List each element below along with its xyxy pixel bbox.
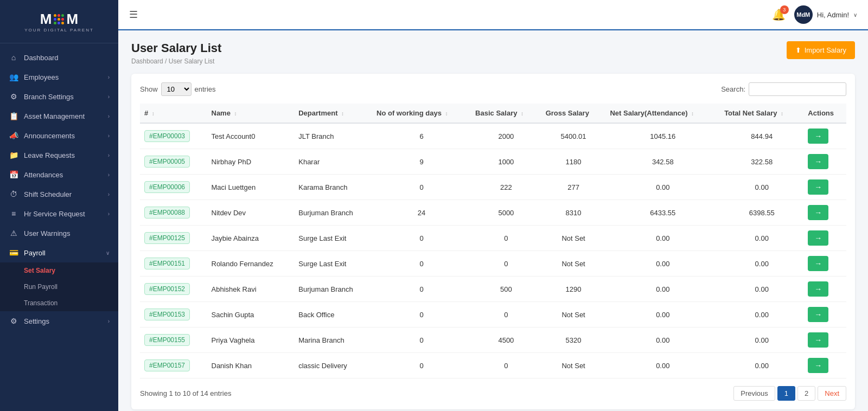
import-salary-button[interactable]: ⬆ Import Salary [787, 41, 855, 59]
col-basic-salary: Basic Salary ↕ [471, 104, 541, 123]
row-action-button[interactable]: → [808, 332, 828, 348]
employee-badge[interactable]: #EMP00125 [144, 232, 190, 244]
employee-badge[interactable]: #EMP00006 [144, 181, 190, 193]
user-menu[interactable]: MdM Hi, Admin! ∨ [794, 5, 857, 24]
chevron-right-icon: › [108, 133, 110, 139]
search-label: Search: [721, 85, 745, 93]
table-row: #EMP00153 Sachin Gupta Back Office 0 0 N… [140, 302, 846, 327]
cell-working-days: 0 [372, 277, 471, 302]
sidebar-item-branch-settings[interactable]: ⚙ Branch Settings › [0, 87, 118, 106]
table-row: #EMP00152 Abhishek Ravi Burjuman Branch … [140, 277, 846, 302]
sidebar-item-dashboard[interactable]: ⌂ Dashboard [0, 48, 118, 67]
cell-working-days: 6 [372, 123, 471, 149]
cell-total-net: 0.00 [720, 175, 803, 200]
sidebar-item-label: Leave Requests [24, 151, 108, 159]
page-2-button[interactable]: 2 [797, 386, 815, 401]
user-name-label: Hi, Admin! [817, 11, 849, 19]
employee-badge[interactable]: #EMP00003 [144, 130, 190, 142]
row-action-button[interactable]: → [808, 256, 828, 271]
col-total-net: Total Net Salary ↕ [720, 104, 803, 123]
cell-basic-salary: 222 [471, 175, 541, 200]
cell-name: Priya Vaghela [207, 327, 295, 353]
sub-item-set-salary[interactable]: Set Salary [0, 262, 118, 279]
employee-badge[interactable]: #EMP00153 [144, 309, 190, 320]
employee-badge[interactable]: #EMP00152 [144, 283, 190, 295]
row-action-button[interactable]: → [808, 281, 828, 297]
row-action-button[interactable]: → [808, 205, 828, 220]
row-action-button[interactable]: → [808, 154, 828, 169]
col-actions: Actions [803, 104, 846, 123]
row-action-button[interactable]: → [808, 230, 828, 246]
table-row: #EMP00157 Danish Khan classic Delivery 0… [140, 353, 846, 378]
chevron-right-icon: › [108, 211, 110, 217]
cell-name: Test Account0 [207, 123, 295, 149]
cell-gross-salary: Not Set [541, 353, 606, 378]
cell-net-salary: 6433.55 [605, 200, 720, 226]
cell-total-net: 844.94 [720, 123, 803, 149]
cell-working-days: 0 [372, 226, 471, 251]
next-button[interactable]: Next [818, 386, 846, 401]
sidebar-item-leave-requests[interactable]: 📁 Leave Requests › [0, 145, 118, 165]
col-net-salary: Net Salary(Attendance) ↕ [605, 104, 720, 123]
cell-name: Maci Luettgen [207, 175, 295, 200]
cell-actions: → [803, 302, 846, 327]
table-controls: Show 10 25 50 100 entries Search: [140, 82, 846, 96]
page-header-left: User Salary List Dashboard / User Salary… [131, 41, 221, 65]
chevron-right-icon: › [108, 318, 110, 324]
sidebar-item-hr-service[interactable]: ≡ Hr Service Request › [0, 204, 118, 223]
sidebar-item-user-warnings[interactable]: ⚠ User Warnings [0, 223, 118, 243]
table-body: #EMP00003 Test Account0 JLT Branch 6 200… [140, 123, 846, 378]
employee-badge[interactable]: #EMP00155 [144, 334, 190, 346]
table-row: #EMP00005 Nirbhay PhD Kharar 9 1000 1180… [140, 149, 846, 175]
row-action-button[interactable]: → [808, 358, 828, 373]
cell-net-salary: 0.00 [605, 353, 720, 378]
sidebar-item-label: Settings [24, 317, 108, 325]
cell-id: #EMP00153 [140, 302, 207, 327]
previous-button[interactable]: Previous [733, 386, 775, 401]
employee-badge[interactable]: #EMP00157 [144, 359, 190, 371]
sidebar-item-label: Payroll [24, 249, 106, 257]
cell-actions: → [803, 200, 846, 226]
employee-badge[interactable]: #EMP00005 [144, 156, 190, 168]
logo-subtitle: YOUR DIGITAL PARENT [24, 28, 94, 33]
employee-badge[interactable]: #EMP00151 [144, 258, 190, 269]
row-action-button[interactable]: → [808, 129, 828, 144]
search-input[interactable] [749, 82, 846, 96]
show-label: Show [140, 85, 158, 93]
col-working-days: No of working days ↕ [372, 104, 471, 123]
sidebar-item-asset-management[interactable]: 📋 Asset Management › [0, 106, 118, 126]
cell-department: Back Office [294, 302, 372, 327]
chevron-down-icon: ∨ [853, 12, 857, 18]
cell-net-salary: 342.58 [605, 149, 720, 175]
payroll-icon: 💳 [9, 248, 18, 257]
hr-icon: ≡ [9, 209, 18, 218]
sidebar-item-announcements[interactable]: 📣 Announcements › [0, 126, 118, 145]
row-action-button[interactable]: → [808, 307, 828, 322]
cell-net-salary: 0.00 [605, 302, 720, 327]
cell-gross-salary: 1290 [541, 277, 606, 302]
sidebar-item-employees[interactable]: 👥 Employees › [0, 67, 118, 87]
cell-actions: → [803, 226, 846, 251]
cell-basic-salary: 0 [471, 353, 541, 378]
cell-net-salary: 0.00 [605, 175, 720, 200]
page-1-button[interactable]: 1 [777, 386, 795, 401]
chevron-right-icon: › [108, 94, 110, 100]
cell-net-salary: 0.00 [605, 327, 720, 353]
breadcrumb-home[interactable]: Dashboard [131, 57, 163, 65]
sidebar-item-settings[interactable]: ⚙ Settings › [0, 311, 118, 331]
cell-gross-salary: 277 [541, 175, 606, 200]
table-header-row: # ↕ Name ↕ Department ↕ No of working da… [140, 104, 846, 123]
entries-select[interactable]: 10 25 50 100 [161, 82, 192, 96]
sidebar-item-label: Attendances [24, 171, 108, 179]
row-action-button[interactable]: → [808, 179, 828, 195]
pagination-buttons: Previous 1 2 Next [733, 386, 846, 401]
sidebar-item-attendances[interactable]: 📅 Attendances › [0, 165, 118, 184]
sidebar-item-shift-scheduler[interactable]: ⏱ Shift Scheduler › [0, 184, 118, 204]
sub-item-transaction[interactable]: Transaction [0, 295, 118, 311]
hamburger-menu[interactable]: ☰ [129, 9, 138, 21]
dashboard-icon: ⌂ [9, 53, 18, 62]
notification-bell[interactable]: 🔔 3 [772, 8, 786, 21]
employee-badge[interactable]: #EMP00088 [144, 207, 190, 219]
sidebar-item-payroll[interactable]: 💳 Payroll ∨ [0, 243, 118, 262]
sub-item-run-payroll[interactable]: Run Payroll [0, 279, 118, 295]
